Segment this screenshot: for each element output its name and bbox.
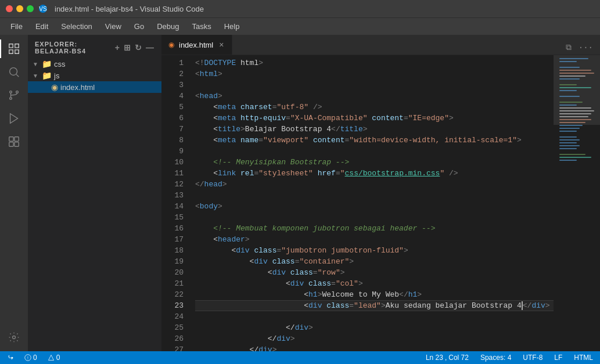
vscode-icon: VS xyxy=(38,4,48,13)
code-line-12: </head> xyxy=(195,179,554,190)
status-spaces[interactable]: Spaces: 4 xyxy=(478,354,513,362)
code-line-20: <div class="row"> xyxy=(195,267,554,278)
code-line-19: <div class="container"> xyxy=(195,256,554,267)
tab-indexhtml[interactable]: ◉ index.html × xyxy=(161,35,232,55)
git-branch-icon xyxy=(7,354,14,361)
ln-14: 14 xyxy=(161,201,184,212)
ln-1: 1 xyxy=(161,57,184,69)
refresh-icon[interactable]: ↻ xyxy=(135,43,142,52)
status-git-branch[interactable] xyxy=(5,354,16,361)
minimize-button[interactable] xyxy=(16,5,23,12)
folder-icon-css: 📁 xyxy=(42,59,52,69)
svg-rect-29 xyxy=(559,113,591,114)
svg-rect-28 xyxy=(559,110,594,111)
window-title: index.html - belajar-bs4 - Visual Studio… xyxy=(55,5,204,13)
svg-rect-43 xyxy=(559,160,577,161)
menu-file[interactable]: File xyxy=(5,20,28,33)
status-line-ending[interactable]: LF xyxy=(552,354,565,362)
ln-22: 22 xyxy=(161,289,184,300)
menu-view[interactable]: View xyxy=(99,20,127,33)
svg-rect-16 xyxy=(559,67,580,68)
ln-3: 3 xyxy=(161,80,184,91)
svg-rect-41 xyxy=(559,154,585,155)
svg-rect-25 xyxy=(559,102,583,103)
activity-bar-bottom xyxy=(5,328,23,351)
new-file-icon[interactable]: + xyxy=(115,43,120,52)
ln-24: 24 xyxy=(161,311,184,322)
code-line-23: <div class="lead">Aku sedang belajar Boo… xyxy=(195,300,554,311)
ln-18: 18 xyxy=(161,245,184,256)
git-activity-icon[interactable] xyxy=(5,86,23,104)
close-button[interactable] xyxy=(6,5,13,12)
svg-rect-38 xyxy=(559,142,577,143)
title-bar: VS index.html - belajar-bs4 - Visual Stu… xyxy=(0,0,600,17)
status-spaces-label: Spaces: 4 xyxy=(480,354,511,362)
maximize-button[interactable] xyxy=(27,5,34,12)
status-position[interactable]: Ln 23, Col 72 xyxy=(423,354,471,362)
window-controls[interactable] xyxy=(6,5,34,12)
activity-bar xyxy=(0,35,28,351)
code-line-1: <!DOCTYPE html> xyxy=(195,57,554,69)
menu-selection[interactable]: Selection xyxy=(55,20,98,33)
menu-debug[interactable]: Debug xyxy=(151,20,185,33)
ln-21: 21 xyxy=(161,278,184,289)
code-editor[interactable]: <!DOCTYPE html> <html> <head> <meta char… xyxy=(191,55,554,351)
code-line-4: <head> xyxy=(195,91,554,102)
svg-point-2 xyxy=(10,68,17,75)
ln-19: 19 xyxy=(161,256,184,267)
menu-bar: File Edit Selection View Go Debug Tasks … xyxy=(0,17,600,35)
settings-activity-icon[interactable] xyxy=(5,328,23,347)
svg-rect-22 xyxy=(559,87,591,88)
svg-rect-42 xyxy=(559,157,591,158)
sidebar-label-css: css xyxy=(54,60,66,69)
new-folder-icon[interactable]: ⊞ xyxy=(124,43,131,52)
status-warnings[interactable]: 0 xyxy=(45,354,63,362)
ln-15: 15 xyxy=(161,212,184,223)
sidebar-title: EXPLORER: BELAJAR-BS4 xyxy=(35,41,115,55)
ln-9: 9 xyxy=(161,146,184,157)
menu-edit[interactable]: Edit xyxy=(30,20,54,33)
status-bar: ! 0 0 Ln 23, Col 72 Spaces: 4 UTF-8 LF H… xyxy=(0,351,600,364)
svg-marker-8 xyxy=(10,114,18,124)
editor-content[interactable]: 1 2 3 4 5 6 7 8 9 10 11 12 13 14 15 16 1… xyxy=(161,55,600,351)
code-line-18: <div class="jumbotron jumbotron-fluid"> xyxy=(195,245,554,256)
sidebar-header-actions[interactable]: + ⊞ ↻ — xyxy=(115,43,155,52)
collapse-arrow-js: ▼ xyxy=(33,73,42,79)
code-line-24 xyxy=(195,311,554,322)
sidebar-item-css[interactable]: ▼ 📁 css xyxy=(28,58,161,70)
sidebar-item-js[interactable]: ▼ 📁 js xyxy=(28,70,161,81)
svg-point-6 xyxy=(10,98,12,100)
debug-activity-icon[interactable] xyxy=(5,109,23,128)
svg-rect-31 xyxy=(559,119,591,120)
sidebar-item-indexhtml[interactable]: ▶ ◉ index.html xyxy=(28,81,161,93)
menu-go[interactable]: Go xyxy=(128,20,150,33)
folder-icon-js: 📁 xyxy=(42,71,52,80)
code-line-14: <body> xyxy=(195,201,554,212)
tab-bar-actions: ⧉ ··· xyxy=(563,41,600,55)
split-editor-icon[interactable]: ⧉ xyxy=(563,41,574,55)
svg-rect-10 xyxy=(15,137,19,141)
collapse-icon[interactable]: — xyxy=(146,43,155,52)
tab-close-button[interactable]: × xyxy=(218,39,225,50)
menu-tasks[interactable]: Tasks xyxy=(186,20,217,33)
status-encoding[interactable]: UTF-8 xyxy=(520,354,545,362)
code-line-2: <html> xyxy=(195,69,554,80)
explorer-activity-icon[interactable] xyxy=(5,39,23,58)
svg-rect-30 xyxy=(559,116,588,117)
more-actions-icon[interactable]: ··· xyxy=(576,41,595,55)
svg-rect-12 xyxy=(15,142,19,146)
ln-27: 27 xyxy=(161,344,184,351)
status-errors[interactable]: ! 0 xyxy=(22,354,39,362)
extensions-activity-icon[interactable] xyxy=(5,132,23,151)
svg-rect-18 xyxy=(559,73,594,74)
search-activity-icon[interactable] xyxy=(5,63,23,81)
tab-filename: index.html xyxy=(179,41,213,49)
ln-5: 5 xyxy=(161,102,184,113)
svg-point-13 xyxy=(13,336,16,339)
ln-20: 20 xyxy=(161,267,184,278)
svg-point-4 xyxy=(10,91,12,93)
status-language[interactable]: HTML xyxy=(572,354,595,362)
ln-16: 16 xyxy=(161,223,184,234)
menu-help[interactable]: Help xyxy=(218,20,246,33)
svg-rect-24 xyxy=(559,96,580,97)
